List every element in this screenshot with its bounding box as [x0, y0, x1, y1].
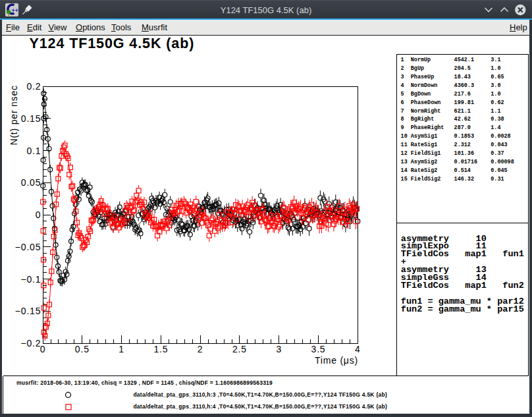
svg-text:0.15: 0.15	[21, 113, 41, 124]
svg-text:0: 0	[36, 209, 41, 220]
svg-text:−0.1: −0.1	[20, 274, 41, 285]
svg-text:2: 2	[198, 344, 203, 354]
svg-text:0.5: 0.5	[75, 344, 90, 354]
svg-text:4: 4	[355, 344, 361, 354]
svg-text:1.5: 1.5	[153, 344, 168, 354]
svg-text:3.5: 3.5	[311, 344, 326, 354]
svg-text:−0.2: −0.2	[20, 338, 41, 348]
svg-text:Y124 TF150G 4.5K (ab): Y124 TF150G 4.5K (ab)	[30, 36, 195, 51]
svg-text:3: 3	[276, 344, 282, 354]
svg-text:−0.15: −0.15	[15, 306, 41, 316]
svg-text:0.1: 0.1	[26, 146, 41, 156]
svg-text:N(t) per nsec: N(t) per nsec	[9, 85, 19, 145]
svg-text:2.5: 2.5	[232, 344, 247, 354]
svg-text:Time (μs): Time (μs)	[315, 355, 358, 366]
svg-text:1: 1	[119, 344, 124, 354]
svg-text:0.05: 0.05	[21, 177, 41, 188]
svg-text:−0.05: −0.05	[15, 242, 41, 252]
svg-text:0.2: 0.2	[26, 81, 41, 92]
